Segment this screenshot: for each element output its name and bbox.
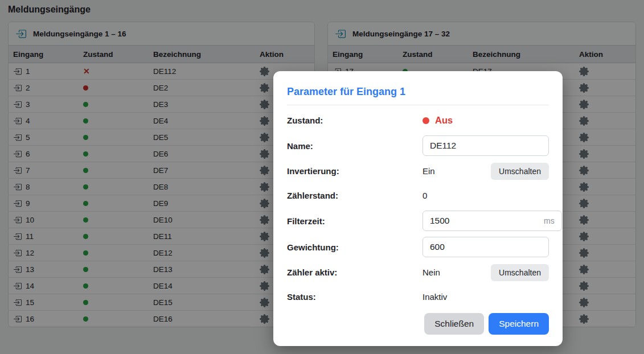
field-zustand: Zustand: Aus — [287, 111, 549, 130]
filterzeit-input-group: ms — [423, 211, 562, 231]
field-zaehlerstand: Zählerstand: 0 — [287, 186, 549, 205]
zaehlerstand-value: 0 — [423, 191, 549, 200]
modal-divider — [287, 105, 549, 105]
state-text: Aus — [435, 115, 453, 126]
invertierung-value: Ein — [423, 166, 435, 176]
page: Meldungseingänge Meldungseingänge 1 – 16… — [0, 0, 644, 354]
filterzeit-input[interactable] — [430, 216, 544, 226]
zustand-state: Aus — [423, 115, 549, 126]
field-label: Zählerstand: — [287, 191, 423, 200]
modal-title: Parameter für Eingang 1 — [287, 83, 549, 105]
zaehler-aktiv-value: Nein — [423, 267, 440, 277]
zaehler-aktiv-toggle-button[interactable]: Umschalten — [491, 264, 549, 281]
modal-footer: Schließen Speichern — [287, 313, 549, 335]
name-input[interactable] — [423, 135, 549, 156]
field-label: Filterzeit: — [287, 216, 423, 226]
modal-fields: Zustand: Aus Name: Invertierung: Ein Ums… — [287, 111, 549, 306]
field-status: Status: Inaktiv — [287, 287, 549, 306]
field-invertierung: Invertierung: Ein Umschalten — [287, 162, 549, 180]
field-label: Invertierung: — [287, 166, 423, 176]
field-filterzeit: Filterzeit: ms — [287, 211, 549, 231]
state-dot-icon — [423, 117, 429, 124]
field-name: Name: — [287, 135, 549, 156]
save-button[interactable]: Speichern — [489, 313, 549, 335]
filterzeit-unit: ms — [544, 216, 555, 225]
field-label: Zähler aktiv: — [287, 267, 423, 277]
field-label: Status: — [287, 292, 423, 302]
field-gewichtung: Gewichtung: — [287, 237, 549, 257]
close-button[interactable]: Schließen — [424, 313, 484, 335]
invertierung-toggle-button[interactable]: Umschalten — [491, 163, 549, 180]
parameter-modal: Parameter für Eingang 1 Zustand: Aus Nam… — [273, 71, 563, 346]
field-zaehler-aktiv: Zähler aktiv: Nein Umschalten — [287, 263, 549, 282]
field-label: Gewichtung: — [287, 242, 423, 252]
status-value: Inaktiv — [423, 292, 549, 302]
field-label: Name: — [287, 141, 423, 151]
field-label: Zustand: — [287, 116, 423, 125]
gewichtung-input[interactable] — [423, 237, 549, 257]
